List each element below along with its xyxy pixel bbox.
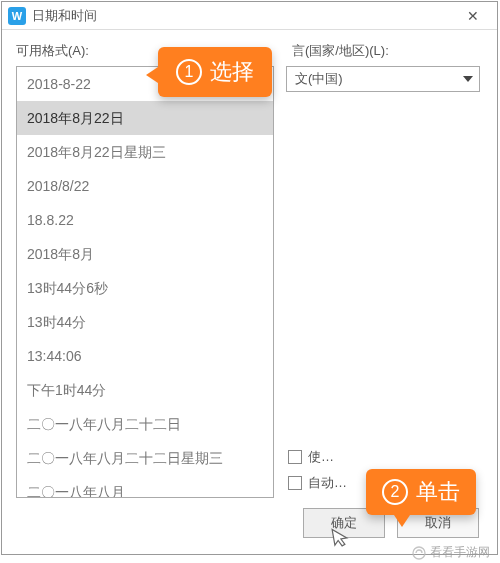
list-item[interactable]: 2018/8/22 <box>17 169 273 203</box>
callout-text: 单击 <box>416 477 460 507</box>
watermark: 看看手游网 <box>412 544 490 561</box>
checkbox-use-row[interactable]: 使… <box>288 448 488 466</box>
callout-number-icon: 1 <box>176 59 202 85</box>
format-listbox[interactable]: 2018-8-22 2018年8月22日 2018年8月22日星期三 2018/… <box>16 66 274 498</box>
callout-text: 选择 <box>210 57 254 87</box>
watermark-icon <box>412 546 426 560</box>
svg-point-0 <box>413 547 425 559</box>
dialog-title: 日期和时间 <box>32 7 453 25</box>
list-item[interactable]: 13时44分6秒 <box>17 271 273 305</box>
list-item[interactable]: 二〇一八年八月 <box>17 475 273 498</box>
app-icon: W <box>8 7 26 25</box>
list-item[interactable]: 2018年8月22日 <box>17 101 273 135</box>
locale-combobox[interactable]: 文(中国) <box>286 66 480 92</box>
list-item[interactable]: 13时44分 <box>17 305 273 339</box>
list-item[interactable]: 下午1时44分 <box>17 373 273 407</box>
titlebar: W 日期和时间 ✕ <box>2 2 497 30</box>
checkbox-use-label: 使… <box>308 448 334 466</box>
list-item[interactable]: 2018年8月 <box>17 237 273 271</box>
locale-selected: 文(中国) <box>295 70 343 88</box>
checkbox-auto-label: 自动… <box>308 474 347 492</box>
list-item[interactable]: 二〇一八年八月二十二日星期三 <box>17 441 273 475</box>
callout-click: 2 单击 <box>366 469 476 515</box>
close-button[interactable]: ✕ <box>453 3 493 29</box>
callout-number-icon: 2 <box>382 479 408 505</box>
checkbox-use[interactable] <box>288 450 302 464</box>
list-item[interactable]: 18.8.22 <box>17 203 273 237</box>
watermark-text: 看看手游网 <box>430 544 490 561</box>
callout-select: 1 选择 <box>158 47 272 97</box>
list-item[interactable]: 二〇一八年八月二十二日 <box>17 407 273 441</box>
checkbox-auto[interactable] <box>288 476 302 490</box>
chevron-down-icon <box>463 76 473 82</box>
list-item[interactable]: 2018年8月22日星期三 <box>17 135 273 169</box>
list-item[interactable]: 13:44:06 <box>17 339 273 373</box>
locale-label: 言(国家/地区)(L): <box>276 40 483 62</box>
